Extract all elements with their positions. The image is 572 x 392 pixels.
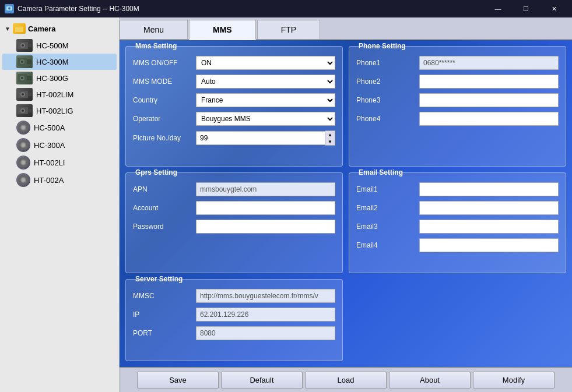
field-input-phone2[interactable]: [419, 75, 559, 89]
tab-mms[interactable]: MMS: [189, 20, 256, 40]
field-input-password[interactable]: [196, 220, 335, 234]
field-select-operator[interactable]: Bouygues MMSOrangeSFR: [196, 112, 335, 126]
field-input-port[interactable]: [196, 326, 335, 340]
title-bar-left: Camera Parameter Setting -- HC-300M: [5, 4, 139, 13]
modify-button[interactable]: Modify: [473, 372, 555, 389]
field-input-email4[interactable]: [419, 238, 559, 252]
svg-point-33: [22, 178, 25, 182]
tab-menu[interactable]: Menu: [120, 20, 188, 39]
sidebar-item-hc-300m[interactable]: HC-300M: [2, 54, 117, 70]
field-select-mms-mode[interactable]: AutoManual: [196, 75, 335, 89]
svg-point-21: [22, 110, 24, 112]
sidebar-label-ht-002lim: HT-002LIM: [36, 90, 73, 99]
field-label-phone4: Phone4: [356, 115, 415, 123]
device-icon-ht-002a: [16, 173, 30, 187]
field-label-mms-mode: MMS MODE: [133, 77, 191, 86]
sidebar-item-ht-002lim[interactable]: HT-002LIM: [2, 86, 117, 103]
form-row-apn: APN: [133, 182, 335, 196]
sidebar-item-hc-500a[interactable]: HC-500A: [2, 119, 117, 136]
field-input-account[interactable]: [196, 201, 335, 215]
field-input-phone3[interactable]: [419, 93, 559, 107]
sidebar-label-hc-300m: HC-300M: [36, 58, 69, 66]
svg-point-5: [22, 44, 24, 47]
field-input-phone1[interactable]: [419, 56, 559, 70]
field-input-apn[interactable]: [196, 182, 335, 196]
device-icon-hc-500m: [16, 39, 33, 52]
field-label-password: Password: [133, 223, 191, 231]
svg-point-27: [22, 143, 25, 147]
field-label-account: Account: [133, 204, 191, 212]
form-row-port: PORT: [133, 326, 335, 340]
field-label-email3: Email3: [356, 223, 415, 231]
server-setting-content: MMSCIPPORT: [133, 289, 335, 340]
sidebar-item-ht-002a[interactable]: HT-002A: [2, 171, 117, 189]
about-button[interactable]: About: [389, 372, 471, 389]
tree-root: ▼ Camera: [2, 22, 117, 35]
tab-ftp[interactable]: FTP: [257, 20, 320, 39]
tree-root-label: Camera: [28, 24, 56, 33]
field-label-ip: IP: [133, 310, 191, 319]
default-button[interactable]: Default: [221, 372, 303, 389]
sidebar-label-ht-002li: HT-002LI: [34, 158, 65, 167]
form-row-email3: Email3: [356, 220, 559, 234]
mms-setting-box: Mms Setting MMS ON/OFFONOFFMMS MODEAutoM…: [125, 46, 343, 167]
load-button[interactable]: Load: [305, 372, 387, 389]
field-select-mms-on-off[interactable]: ONOFF: [196, 56, 335, 70]
sidebar-label-hc-300a: HC-300A: [34, 141, 65, 150]
field-label-email4: Email4: [356, 241, 415, 249]
maximize-button[interactable]: ☐: [513, 3, 539, 15]
field-input-email3[interactable]: [419, 220, 559, 234]
gprs-setting-box: Gprs Setting APNAccountPassword: [125, 172, 343, 273]
form-row-mmsc: MMSC: [133, 289, 335, 303]
device-icon-hc-500a: [16, 121, 30, 135]
form-row-mms-on-off: MMS ON/OFFONOFF: [133, 56, 335, 70]
form-row-phone1: Phone1: [356, 56, 559, 70]
sidebar-item-ht-002lig[interactable]: HT-002LIG: [2, 103, 117, 119]
field-label-phone1: Phone1: [356, 59, 415, 67]
sidebar-item-hc-300a[interactable]: HC-300A: [2, 136, 117, 154]
form-row-ip: IP: [133, 308, 335, 322]
svg-point-1: [8, 8, 10, 10]
field-input-mmsc[interactable]: [196, 289, 335, 303]
form-row-operator: OperatorBouygues MMSOrangeSFR: [133, 112, 335, 126]
sidebar-item-ht-002li[interactable]: HT-002LI: [2, 154, 117, 171]
spinner-down[interactable]: ▼: [325, 138, 335, 145]
svg-point-13: [21, 77, 23, 79]
field-input-phone4[interactable]: [419, 112, 559, 126]
sidebar-items: HC-500MHC-300MHC-300GHT-002LIMHT-002LIGH…: [2, 37, 117, 189]
form-row-mms-mode: MMS MODEAutoManual: [133, 75, 335, 89]
field-label-picture-no--day: Picture No./day: [133, 134, 191, 142]
tabs-bar: Menu MMS FTP: [120, 17, 572, 40]
field-select-country[interactable]: FranceGermanyUK: [196, 93, 335, 107]
svg-rect-3: [28, 44, 31, 47]
save-button[interactable]: Save: [137, 372, 219, 389]
field-label-mms-on-off: MMS ON/OFF: [133, 59, 191, 67]
sidebar-item-hc-500m[interactable]: HC-500M: [2, 37, 117, 54]
sidebar-label-ht-002a: HT-002A: [34, 176, 64, 185]
spinner-input-picture-no--day[interactable]: [196, 131, 325, 145]
field-input-email1[interactable]: [419, 182, 559, 196]
sidebar-label-hc-300g: HC-300G: [36, 74, 68, 83]
form-row-email1: Email1: [356, 182, 559, 196]
sidebar: ▼ Camera HC-500MHC-300MHC-300GHT-002LIMH…: [0, 17, 120, 392]
close-button[interactable]: ✕: [541, 3, 567, 15]
spinner-wrap-picture-no--day: ▲▼: [196, 130, 335, 146]
spinner-up[interactable]: ▲: [325, 131, 335, 138]
server-setting-box: Server Setting MMSCIPPORT: [125, 279, 343, 361]
svg-rect-7: [27, 59, 31, 64]
svg-rect-11: [27, 76, 31, 80]
title-bar: Camera Parameter Setting -- HC-300M — ☐ …: [0, 0, 572, 17]
email-setting-box: Email Setting Email1Email2Email3Email4: [349, 172, 566, 273]
svg-point-30: [22, 161, 25, 164]
main-container: ▼ Camera HC-500MHC-300MHC-300GHT-002LIMH…: [0, 17, 572, 392]
form-row-country: CountryFranceGermanyUK: [133, 93, 335, 107]
minimize-button[interactable]: —: [485, 3, 511, 15]
form-row-phone4: Phone4: [356, 112, 559, 126]
sidebar-item-hc-300g[interactable]: HC-300G: [2, 70, 117, 86]
device-icon-hc-300g: [16, 72, 33, 84]
field-input-email2[interactable]: [419, 201, 559, 215]
field-label-phone2: Phone2: [356, 77, 415, 86]
field-label-country: Country: [133, 96, 191, 104]
field-input-ip[interactable]: [196, 308, 335, 322]
form-row-phone2: Phone2: [356, 75, 559, 89]
